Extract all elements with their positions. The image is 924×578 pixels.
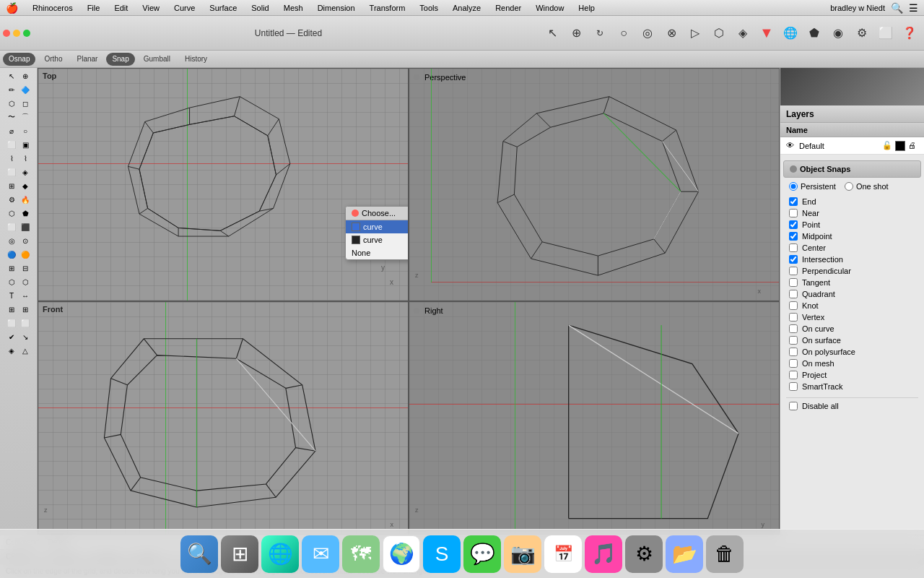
snap-smarttrack-checkbox[interactable] [789, 382, 798, 391]
left-tool-22[interactable]: ⬟ [19, 207, 32, 220]
layer-row-default[interactable]: 👁 Default 🔓 🖨 [780, 137, 924, 155]
snap-midpoint-checkbox[interactable] [789, 232, 798, 241]
left-tool-6[interactable]: ◻ [19, 97, 32, 110]
left-tool-40[interactable]: ↘ [19, 330, 32, 343]
snap-vertex[interactable]: Vertex [786, 312, 918, 322]
dock-prefs[interactable]: ⚙ [625, 535, 663, 573]
select-tool[interactable]: ↖ [541, 22, 564, 45]
left-tool-21[interactable]: ⬡ [5, 207, 18, 220]
snap-onmesh[interactable]: On mesh [786, 358, 918, 368]
dock-mail[interactable]: ✉ [302, 535, 339, 573]
left-tool-19[interactable]: ⚙ [5, 193, 18, 206]
left-tool-38[interactable]: ⬜ [19, 316, 32, 329]
osnap-button[interactable]: Osnap [3, 53, 35, 66]
left-tool-3[interactable]: ✏ [5, 83, 18, 96]
tool-3[interactable]: ↻ [588, 22, 611, 45]
snap-vertex-checkbox[interactable] [789, 313, 798, 322]
menu-window[interactable]: Window [533, 4, 567, 12]
snap-oneshot-radio[interactable]: One shot [845, 182, 889, 191]
snap-intersection[interactable]: Intersection [786, 254, 918, 264]
dock-finder2[interactable]: 📂 [666, 535, 703, 573]
menu-mesh[interactable]: Mesh [281, 4, 306, 12]
snap-oncurve-checkbox[interactable] [789, 324, 798, 333]
snap-end[interactable]: End [786, 197, 918, 207]
snap-persistent-radio[interactable]: Persistent [789, 182, 836, 191]
tool-6[interactable]: ⊗ [660, 22, 683, 45]
viewport-perspective[interactable]: Perspective [409, 68, 780, 301]
left-tool-23[interactable]: ⬜ [5, 220, 18, 233]
context-item-curve1[interactable]: curve [346, 220, 409, 233]
viewport-right[interactable]: Right y [409, 301, 780, 535]
dock-skype[interactable]: S [423, 535, 461, 573]
maximize-button[interactable] [23, 30, 30, 37]
left-tool-26[interactable]: ⊙ [19, 234, 32, 247]
planar-button[interactable]: Planar [71, 53, 103, 66]
snap-center-checkbox[interactable] [789, 243, 798, 252]
left-tool-34[interactable]: ↔ [19, 289, 32, 302]
tool-7[interactable]: ▷ [684, 22, 707, 45]
history-button[interactable]: History [179, 53, 213, 66]
layer-color-swatch[interactable] [895, 141, 905, 151]
snap-point[interactable]: Point [786, 220, 918, 230]
snap-end-checkbox[interactable] [789, 197, 798, 206]
help-tool[interactable]: ❓ [898, 22, 921, 45]
left-tool-27[interactable]: 🔵 [5, 248, 18, 261]
snap-perpendicular[interactable]: Perpendicular [786, 266, 918, 276]
left-tool-28[interactable]: 🟠 [19, 248, 32, 261]
snap-center[interactable]: Center [786, 243, 918, 253]
tool-5[interactable]: ◎ [636, 22, 659, 45]
left-tool-39[interactable]: ✔ [5, 330, 18, 343]
close-button[interactable] [3, 30, 10, 37]
snap-knot-checkbox[interactable] [789, 301, 798, 310]
left-tool-14[interactable]: ⌇ [19, 152, 32, 165]
layer-eye-icon[interactable]: 👁 [786, 141, 796, 151]
dock-safari[interactable]: 🌐 [261, 535, 299, 573]
left-tool-17[interactable]: ⊞ [5, 179, 18, 192]
menu-dimension[interactable]: Dimension [315, 4, 358, 12]
snap-point-checkbox[interactable] [789, 220, 798, 229]
persistent-radio-input[interactable] [789, 182, 798, 191]
left-tool-42[interactable]: △ [19, 344, 32, 357]
dock-chrome[interactable]: 🌍 [383, 535, 420, 573]
oneshot-radio-input[interactable] [845, 182, 853, 191]
left-tool-30[interactable]: ⊟ [19, 262, 32, 275]
menu-analyze[interactable]: Analyze [450, 4, 484, 12]
left-tool-16[interactable]: ◈ [19, 165, 32, 178]
dock-photos[interactable]: 📷 [504, 535, 541, 573]
left-tool-8[interactable]: ⌒ [19, 111, 32, 124]
left-tool-31[interactable]: ⬡ [5, 275, 18, 288]
context-item-curve2[interactable]: curve [346, 233, 409, 246]
left-tool-15[interactable]: ⬜ [5, 165, 18, 178]
left-tool-25[interactable]: ◎ [5, 234, 18, 247]
list-icon[interactable]: ☰ [909, 2, 918, 14]
menu-surface[interactable]: Surface [206, 4, 240, 12]
search-icon[interactable]: 🔍 [891, 2, 903, 14]
left-tool-9[interactable]: ⌀ [5, 124, 18, 137]
left-tool-5[interactable]: ⬡ [5, 97, 18, 110]
snap-onsurface-checkbox[interactable] [789, 336, 798, 345]
left-tool-33[interactable]: T [5, 289, 18, 302]
left-tool-12[interactable]: ▣ [19, 138, 32, 151]
tool-9[interactable]: ◈ [731, 22, 754, 45]
snap-tangent[interactable]: Tangent [786, 277, 918, 288]
left-tool-2[interactable]: ⊕ [19, 69, 32, 82]
dock-messages[interactable]: 💬 [463, 535, 501, 573]
tool-14[interactable]: ⚙ [850, 22, 873, 45]
snap-intersection-checkbox[interactable] [789, 255, 798, 264]
left-tool-32[interactable]: ⬡ [19, 275, 32, 288]
context-close-button[interactable] [352, 210, 359, 217]
disable-all-checkbox[interactable] [789, 402, 798, 410]
tool-2[interactable]: ⊕ [565, 22, 588, 45]
snap-disable-all[interactable]: Disable all [786, 401, 918, 411]
snap-onsurface[interactable]: On surface [786, 335, 918, 345]
left-tool-36[interactable]: ⊞ [19, 303, 32, 316]
menu-transform[interactable]: Transform [367, 4, 409, 12]
viewport-front[interactable]: Front [38, 301, 409, 535]
dock-trash[interactable]: 🗑 [706, 535, 744, 573]
dock-maps[interactable]: 🗺 [342, 535, 380, 573]
dock-music[interactable]: 🎵 [585, 535, 622, 573]
gumball-button[interactable]: Gumball [138, 53, 176, 66]
context-item-none[interactable]: None [346, 246, 409, 259]
snap-midpoint[interactable]: Midpoint [786, 231, 918, 241]
tool-4[interactable]: ○ [612, 22, 635, 45]
